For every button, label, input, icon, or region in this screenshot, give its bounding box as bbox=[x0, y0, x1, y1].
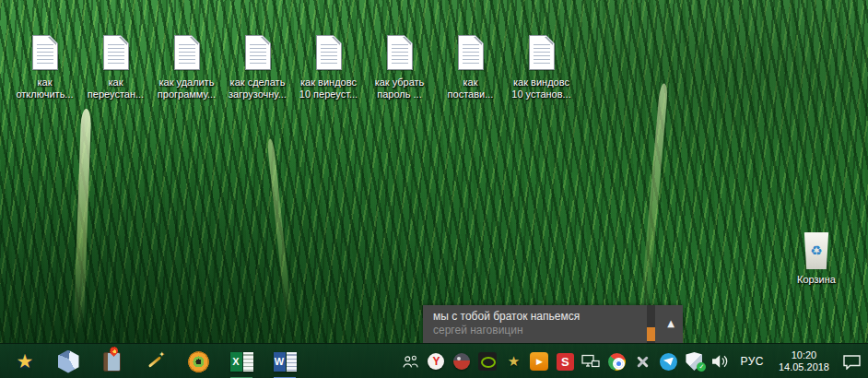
recycle-icon: ♻ bbox=[810, 244, 822, 258]
file-label: как удалитьпрограмму... bbox=[158, 77, 216, 100]
taskbar-app-icons: ★ ✦ X bbox=[11, 344, 314, 378]
text-document-icon bbox=[174, 35, 200, 70]
volume-slider[interactable] bbox=[647, 305, 655, 343]
file-label: как виндовс10 установ... bbox=[511, 77, 570, 100]
yandex-browser-tray-button[interactable]: Y bbox=[427, 349, 445, 373]
virtualbox-cube-icon bbox=[58, 350, 79, 373]
file-label: какотключить... bbox=[16, 77, 73, 100]
magic-wand-icon: ✦ bbox=[146, 352, 164, 371]
desktop-file-5[interactable]: как виндовс10 переуст... bbox=[293, 35, 364, 100]
text-document-icon bbox=[458, 35, 484, 70]
tools-tray-button[interactable] bbox=[633, 349, 651, 373]
language-indicator[interactable]: РУС bbox=[736, 355, 768, 368]
file-label: как виндовс10 переуст... bbox=[299, 77, 358, 100]
recycle-bin[interactable]: ♻ Корзина bbox=[794, 232, 839, 285]
word-button[interactable]: W bbox=[271, 344, 299, 378]
media-player-tray-button[interactable]: ▶ bbox=[530, 349, 548, 373]
xnview-button[interactable] bbox=[184, 344, 212, 378]
volume-slider-handle[interactable] bbox=[647, 327, 655, 341]
chrome-tray-button[interactable] bbox=[607, 349, 626, 373]
excel-letter: X bbox=[230, 352, 242, 372]
document-icon bbox=[287, 352, 297, 372]
xnview-icon bbox=[188, 351, 209, 372]
desktop-file-3[interactable]: как удалитьпрограмму... bbox=[151, 35, 222, 100]
people-button[interactable] bbox=[401, 349, 419, 373]
desktop-file-4[interactable]: как сделатьзагрузочну... bbox=[222, 35, 293, 100]
file-label: как сделатьзагрузочну... bbox=[229, 77, 287, 100]
recycle-bin-label: Корзина bbox=[797, 274, 836, 285]
magic-wand-button[interactable]: ✦ bbox=[141, 344, 169, 378]
tray-app-button[interactable] bbox=[452, 349, 471, 373]
system-tray: Y ★ ▶ S bbox=[401, 344, 862, 378]
nvidia-settings-button[interactable] bbox=[478, 349, 497, 373]
grass-blade-highlight bbox=[74, 109, 91, 330]
speaker-icon bbox=[710, 354, 729, 369]
track-artist: сергей наговицин bbox=[433, 324, 523, 337]
network-button[interactable] bbox=[581, 349, 600, 373]
clock-date: 14.05.2018 bbox=[779, 361, 829, 373]
text-document-icon bbox=[529, 35, 555, 70]
people-icon bbox=[401, 354, 419, 370]
yandex-icon: Y bbox=[428, 353, 444, 370]
notification-bubble-icon bbox=[842, 354, 862, 370]
desktop-file-1[interactable]: какотключить... bbox=[9, 35, 80, 100]
crossed-tools-icon bbox=[634, 353, 651, 370]
file-label: какпереустан... bbox=[88, 77, 144, 100]
volume-button[interactable] bbox=[710, 349, 729, 373]
clock-time: 10:20 bbox=[779, 349, 829, 361]
telegram-icon bbox=[660, 353, 677, 371]
desktop-file-8[interactable]: как виндовс10 установ... bbox=[506, 35, 577, 100]
desktop-icons-row: какотключить... какпереустан... как удал… bbox=[9, 35, 577, 100]
text-document-icon bbox=[245, 35, 271, 70]
network-icon bbox=[581, 354, 600, 370]
desktop-file-7[interactable]: какпостави... bbox=[435, 35, 506, 100]
recycle-bin-icon: ♻ bbox=[803, 232, 830, 269]
action-center-button[interactable] bbox=[840, 349, 862, 373]
star-tray-button[interactable]: ★ bbox=[504, 349, 522, 373]
telegram-tray-button[interactable] bbox=[659, 349, 677, 373]
flame-icon bbox=[108, 345, 120, 357]
shareman-tray-button[interactable]: S bbox=[556, 349, 574, 373]
grass-blade-highlight bbox=[267, 138, 293, 323]
word-icon: W bbox=[274, 352, 297, 372]
desktop-file-6[interactable]: как убратьпароль ... bbox=[364, 35, 435, 100]
file-label: какпостави... bbox=[448, 77, 494, 100]
s-app-icon: S bbox=[557, 353, 574, 371]
text-document-icon bbox=[316, 35, 342, 70]
excel-icon: X bbox=[230, 352, 253, 372]
round-app-icon bbox=[453, 353, 470, 370]
taskbar: ★ ✦ X bbox=[0, 343, 868, 378]
star-icon: ★ bbox=[17, 352, 34, 372]
chrome-icon bbox=[608, 353, 626, 371]
nvidia-icon bbox=[478, 352, 497, 371]
grass-blade-highlight bbox=[639, 83, 669, 323]
track-title: мы с тобой браток напьемся bbox=[433, 310, 580, 323]
uninstaller-icon bbox=[103, 352, 121, 372]
virtualbox-button[interactable] bbox=[54, 344, 82, 378]
play-icon: ▶ bbox=[530, 352, 548, 371]
defender-tray-button[interactable]: ✓ bbox=[685, 349, 703, 373]
file-label: как убратьпароль ... bbox=[375, 77, 425, 100]
clock[interactable]: 10:20 14.05.2018 bbox=[775, 349, 833, 373]
uninstaller-button[interactable] bbox=[98, 344, 125, 378]
text-document-icon bbox=[103, 35, 129, 70]
star-icon: ★ bbox=[508, 355, 520, 369]
desktop-wallpaper: какотключить... какпереустан... как удал… bbox=[0, 0, 868, 378]
sparkle-icon: ✦ bbox=[158, 350, 165, 359]
star-launcher-button[interactable]: ★ bbox=[11, 344, 39, 378]
word-letter: W bbox=[274, 352, 286, 372]
now-playing-popup: мы с тобой браток напьемся сергей нагови… bbox=[423, 305, 683, 343]
green-check-icon: ✓ bbox=[697, 362, 706, 372]
spreadsheet-icon bbox=[243, 352, 253, 372]
text-document-icon bbox=[32, 35, 58, 70]
excel-button[interactable]: X bbox=[228, 344, 255, 378]
text-document-icon bbox=[387, 35, 413, 70]
expand-up-icon[interactable]: ▲ bbox=[663, 317, 679, 330]
desktop-file-2[interactable]: какпереустан... bbox=[80, 35, 151, 100]
